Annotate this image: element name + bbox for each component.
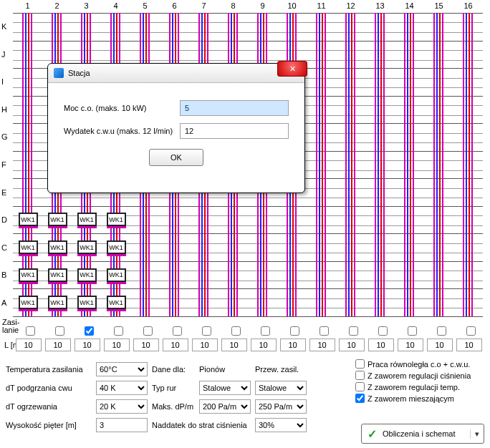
zasilanie-checkbox[interactable] xyxy=(261,326,270,336)
wk-box[interactable]: WK1 xyxy=(107,268,126,282)
pionow-header: Pionów xyxy=(199,365,251,374)
row-header: F xyxy=(1,160,11,169)
lm-input[interactable] xyxy=(16,339,42,351)
col-header: 7 xyxy=(189,1,218,10)
typ-rur-przew-select[interactable]: Stalowe xyxy=(255,381,307,395)
col-header: 8 xyxy=(218,1,248,10)
wysokosc-label: Wysokość pięter [m] xyxy=(6,421,92,429)
wk-box[interactable]: WK1 xyxy=(77,213,97,226)
wydatek-label: Wydatek c.w.u (maks. 12 l/min) xyxy=(64,127,180,135)
dt-podgrzania-select[interactable]: 40 K xyxy=(96,381,148,395)
col-header: 3 xyxy=(72,1,101,10)
zasilanie-checkbox[interactable] xyxy=(349,326,358,336)
zasilanie-checkbox[interactable] xyxy=(231,326,241,336)
row-header: K xyxy=(1,22,11,31)
lm-input[interactable] xyxy=(309,339,335,351)
typ-rur-label: Typ rur xyxy=(152,384,195,392)
col-header: 12 xyxy=(336,1,365,10)
lm-input[interactable] xyxy=(75,339,100,351)
wk-box[interactable]: WK1 xyxy=(19,213,38,226)
temp-zasilania-label: Temperatura zasilania xyxy=(6,365,92,374)
ok-button[interactable]: OK xyxy=(149,149,203,166)
col-header: 14 xyxy=(395,1,424,10)
naddatek-select[interactable]: 30% xyxy=(255,418,307,432)
wk-box[interactable]: WK1 xyxy=(77,268,97,282)
cb-miesz[interactable] xyxy=(355,394,365,403)
lm-input[interactable] xyxy=(104,339,130,351)
zasilanie-checkbox[interactable] xyxy=(26,326,35,336)
col-header: 2 xyxy=(42,1,72,10)
wk-box[interactable]: WK1 xyxy=(77,240,97,254)
col-header: 4 xyxy=(101,1,130,10)
row-header: A xyxy=(1,298,11,307)
col-header: 9 xyxy=(248,1,277,10)
temp-zasilania-select[interactable]: 60°C xyxy=(96,362,148,376)
wk-box[interactable]: WK1 xyxy=(48,296,67,309)
wk-box[interactable]: WK1 xyxy=(19,296,38,309)
zasilanie-checkbox[interactable] xyxy=(55,326,64,336)
cb-cisn[interactable] xyxy=(355,371,365,380)
dt-ogrzewania-select[interactable]: 20 K xyxy=(96,399,148,414)
row-header: C xyxy=(1,243,11,252)
wk-box[interactable]: WK1 xyxy=(107,240,126,254)
chevron-down-icon[interactable]: ▾ xyxy=(470,429,479,439)
zasilanie-label: Zasi- lanie xyxy=(2,318,24,334)
maks-dp-label: Maks. dP/m xyxy=(152,402,195,411)
cb-miesz-row[interactable]: Z zaworem mieszającym xyxy=(355,394,484,403)
lm-input[interactable] xyxy=(221,339,247,351)
zasilanie-checkbox[interactable] xyxy=(290,326,299,336)
dialog-titlebar[interactable]: Stacja ✕ xyxy=(48,64,304,83)
row-header: H xyxy=(1,105,11,114)
lm-input[interactable] xyxy=(251,339,277,351)
zasilanie-checkbox[interactable] xyxy=(378,326,388,336)
close-button[interactable]: ✕ xyxy=(277,61,307,77)
check-icon: ✓ xyxy=(368,427,377,441)
wk-box[interactable]: WK1 xyxy=(48,213,67,226)
wk-box[interactable]: WK1 xyxy=(48,268,67,282)
wysokosc-input[interactable] xyxy=(96,418,148,432)
moc-input[interactable] xyxy=(180,100,289,116)
lm-input[interactable] xyxy=(280,339,306,351)
wk-box[interactable]: WK1 xyxy=(107,213,126,226)
maks-dp-piony-select[interactable]: 200 Pa/m xyxy=(199,399,251,414)
zasilanie-checkbox[interactable] xyxy=(466,326,476,336)
cb-temp-row[interactable]: Z zaworem regulacji temp. xyxy=(355,382,484,391)
lm-input[interactable] xyxy=(192,339,218,351)
cb-praca[interactable] xyxy=(355,359,365,369)
close-icon: ✕ xyxy=(289,64,296,74)
lm-input[interactable] xyxy=(456,339,482,351)
row-header: G xyxy=(1,132,11,141)
col-header: 16 xyxy=(453,1,483,10)
wk-box[interactable]: WK1 xyxy=(107,296,126,309)
dane-dla-label: Dane dla: xyxy=(152,365,195,374)
cb-praca-row[interactable]: Praca równoległa c.o + c.w.u. xyxy=(355,359,484,369)
zasilanie-checkbox[interactable] xyxy=(143,326,153,336)
wk-box[interactable]: WK1 xyxy=(48,240,67,254)
cb-cisn-row[interactable]: Z zaworem regulacji ciśnienia xyxy=(355,371,484,380)
col-header: 1 xyxy=(13,1,42,10)
lm-input[interactable] xyxy=(427,339,453,351)
row-header: E xyxy=(1,188,11,197)
zasilanie-checkbox[interactable] xyxy=(202,326,211,336)
wydatek-input[interactable] xyxy=(180,123,289,139)
typ-rur-piony-select[interactable]: Stalowe xyxy=(199,381,251,395)
dialog-title: Stacja xyxy=(68,69,90,77)
maks-dp-przew-select[interactable]: 250 Pa/m xyxy=(255,399,307,414)
wk-box[interactable]: WK1 xyxy=(77,296,97,309)
cb-temp[interactable] xyxy=(355,382,365,391)
zasilanie-checkbox[interactable] xyxy=(408,326,417,336)
zasilanie-checkbox[interactable] xyxy=(320,326,329,336)
zasilanie-checkbox[interactable] xyxy=(437,326,446,336)
zasilanie-checkbox[interactable] xyxy=(173,326,182,336)
lm-input[interactable] xyxy=(133,339,159,351)
wk-box[interactable]: WK1 xyxy=(19,240,38,254)
lm-input[interactable] xyxy=(163,339,188,351)
zasilanie-checkbox[interactable] xyxy=(85,326,94,336)
calc-button[interactable]: ✓ Obliczenia i schemat ▾ xyxy=(361,424,484,444)
lm-input[interactable] xyxy=(45,339,71,351)
zasilanie-checkbox[interactable] xyxy=(114,326,123,336)
lm-input[interactable] xyxy=(398,339,423,351)
wk-box[interactable]: WK1 xyxy=(19,268,38,282)
lm-input[interactable] xyxy=(339,339,365,351)
lm-input[interactable] xyxy=(368,339,394,351)
